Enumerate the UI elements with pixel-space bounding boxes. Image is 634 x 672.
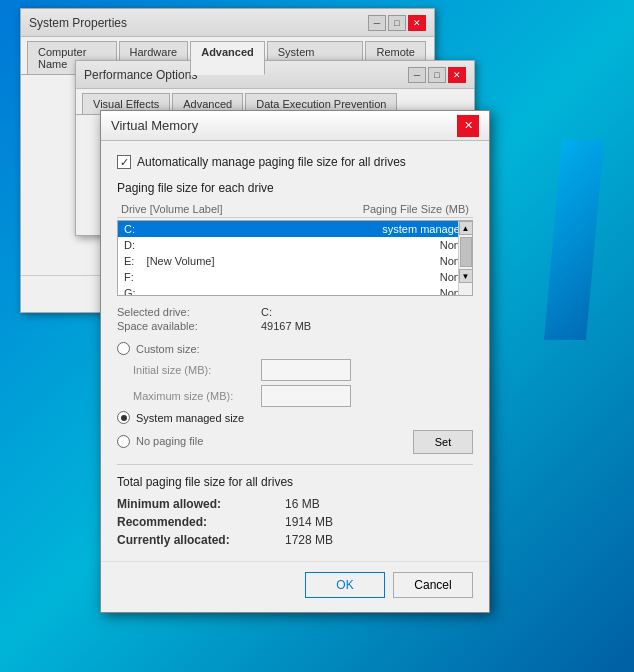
currently-allocated-value: 1728 MB [285, 533, 473, 547]
close-button[interactable]: ✕ [408, 15, 426, 31]
space-available-value: 49167 MB [261, 320, 473, 332]
selected-drive-value: C: [261, 306, 473, 318]
selected-drive-label: Selected drive: [117, 306, 257, 318]
system-managed-radio-row[interactable]: System managed size [117, 411, 473, 424]
auto-manage-checkbox[interactable]: ✓ [117, 155, 131, 169]
drive-c-size: system managed [382, 223, 466, 235]
scroll-thumb[interactable] [460, 237, 472, 267]
perf-opts-titlebar: Performance Options ─ □ ✕ [76, 61, 474, 89]
drive-list[interactable]: C: system managed D: None E: [New Volume… [117, 220, 473, 296]
system-props-controls: ─ □ ✕ [368, 15, 426, 31]
perf-opts-title: Performance Options [84, 68, 197, 82]
system-props-title: System Properties [29, 16, 127, 30]
size-col-header: Paging File Size (MB) [363, 203, 469, 215]
tab-advanced[interactable]: Advanced [190, 41, 265, 75]
drive-d-label: D: [124, 239, 135, 251]
drive-row-e[interactable]: E: [New Volume] None [118, 253, 472, 269]
minimize-button[interactable]: ─ [368, 15, 386, 31]
min-allowed-value: 16 MB [285, 497, 473, 511]
vm-title: Virtual Memory [111, 118, 198, 133]
no-paging-label: No paging file [136, 435, 203, 447]
maximize-button[interactable]: □ [388, 15, 406, 31]
system-props-titlebar: System Properties ─ □ ✕ [21, 9, 434, 37]
system-managed-label: System managed size [136, 412, 244, 424]
drive-list-scrollbar[interactable]: ▲ ▼ [458, 221, 472, 295]
vm-titlebar: Virtual Memory ✕ [101, 111, 489, 141]
perf-opts-controls: ─ □ ✕ [408, 67, 466, 83]
auto-manage-label: Automatically manage paging file size fo… [137, 155, 406, 169]
custom-size-radio-row[interactable]: Custom size: [117, 342, 473, 355]
drive-col-header: Drive [Volume Label] [121, 203, 223, 215]
initial-size-row: Initial size (MB): [133, 359, 473, 381]
drive-row-f[interactable]: F: None [118, 269, 472, 285]
drive-row-c[interactable]: C: system managed [118, 221, 472, 237]
auto-manage-row[interactable]: ✓ Automatically manage paging file size … [117, 155, 473, 169]
set-button[interactable]: Set [413, 430, 473, 454]
drive-g-label: G: [124, 287, 136, 296]
initial-size-input[interactable] [261, 359, 351, 381]
drive-row-g[interactable]: G: None [118, 285, 472, 296]
totals-grid: Minimum allowed: 16 MB Recommended: 1914… [117, 497, 473, 547]
system-managed-radio[interactable] [117, 411, 130, 424]
scroll-down-button[interactable]: ▼ [459, 269, 473, 283]
recommended-label: Recommended: [117, 515, 277, 529]
no-paging-radio-row[interactable]: No paging file [117, 435, 203, 448]
drive-c-label: C: [124, 223, 135, 235]
custom-size-radio[interactable] [117, 342, 130, 355]
vm-divider [117, 464, 473, 465]
vm-cancel-button[interactable]: Cancel [393, 572, 473, 598]
drive-row-d[interactable]: D: None [118, 237, 472, 253]
vm-body: ✓ Automatically manage paging file size … [101, 141, 489, 561]
selected-drive-info: Selected drive: C: Space available: 4916… [117, 306, 473, 332]
max-size-input[interactable] [261, 385, 351, 407]
currently-allocated-label: Currently allocated: [117, 533, 277, 547]
paging-options: Custom size: Initial size (MB): Maximum … [117, 342, 473, 454]
min-allowed-label: Minimum allowed: [117, 497, 277, 511]
totals-title: Total paging file size for all drives [117, 475, 473, 489]
drive-table-header: Drive [Volume Label] Paging File Size (M… [117, 201, 473, 218]
max-size-row: Maximum size (MB): [133, 385, 473, 407]
scroll-up-button[interactable]: ▲ [459, 221, 473, 235]
drive-f-label: F: [124, 271, 134, 283]
vm-footer: OK Cancel [101, 561, 489, 612]
vm-close-button[interactable]: ✕ [457, 115, 479, 137]
paging-section-title: Paging file size for each drive [117, 181, 473, 195]
custom-size-label: Custom size: [136, 343, 200, 355]
perf-maximize-button[interactable]: □ [428, 67, 446, 83]
drive-e-label: E: [New Volume] [124, 255, 214, 267]
set-btn-row: Set [413, 430, 473, 454]
perf-close-button[interactable]: ✕ [448, 67, 466, 83]
space-available-label: Space available: [117, 320, 257, 332]
max-size-label: Maximum size (MB): [133, 390, 253, 402]
virtual-memory-dialog: Virtual Memory ✕ ✓ Automatically manage … [100, 110, 490, 613]
recommended-value: 1914 MB [285, 515, 473, 529]
blue-accent-decoration [544, 140, 604, 340]
desktop: System Properties ─ □ ✕ Computer Name Ha… [0, 0, 634, 672]
initial-size-label: Initial size (MB): [133, 364, 253, 376]
vm-ok-button[interactable]: OK [305, 572, 385, 598]
no-paging-radio[interactable] [117, 435, 130, 448]
perf-minimize-button[interactable]: ─ [408, 67, 426, 83]
